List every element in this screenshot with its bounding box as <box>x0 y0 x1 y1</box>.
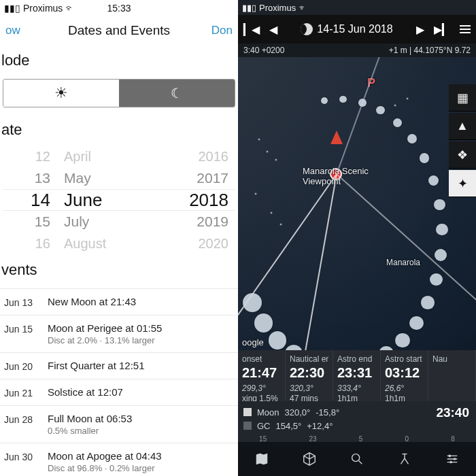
tool-layers-icon[interactable]: ❖ <box>449 141 476 169</box>
event-row[interactable]: Jun 30 Moon at Apogee at 04:43 Disc at 9… <box>0 443 238 476</box>
row-label: Moon <box>257 407 279 418</box>
event-title: Full Moon at 06:53 <box>48 413 234 424</box>
page-title: Dates and Events <box>0 23 238 38</box>
card-astro-end[interactable]: Astro end 23:31 333,4° 1h1m <box>333 350 381 401</box>
date-picker[interactable]: 12 13 14 15 16 April May June July Augus… <box>3 146 235 254</box>
event-date: Jun 13 <box>4 296 48 308</box>
timeline-bar[interactable]: Moon 320,0° -15,8° GC 154,5° +12,4° 23:4… <box>238 401 476 435</box>
playback-bar: ▎◀ ◀ 14-15 Jun 2018 ▶ ▶▎ <box>238 15 476 44</box>
menu-icon[interactable] <box>460 25 471 33</box>
play-forward-icon[interactable]: ▶ <box>416 23 424 36</box>
wifi-icon: ᯤ <box>299 3 307 13</box>
row-label: GC <box>257 421 271 431</box>
event-title: First Quarter at 12:51 <box>48 360 234 371</box>
card-moonset[interactable]: onset 21:47 299,3° xing 1.5% <box>238 350 286 401</box>
event-date: Jun 21 <box>4 386 48 398</box>
event-date: Jun 28 <box>4 413 48 436</box>
nav-bar: ow Dates and Events Don <box>0 16 238 45</box>
event-row[interactable]: Jun 28 Full Moon at 06:53 0.5% smaller <box>0 406 238 443</box>
search-icon <box>350 452 364 466</box>
tool-grid-icon[interactable]: ▦ <box>449 84 476 112</box>
event-date: Jun 30 <box>4 450 48 473</box>
svg-point-2 <box>454 458 456 460</box>
card-nautical-start[interactable]: Nau <box>428 350 476 401</box>
azimuth-ray <box>238 173 337 350</box>
event-subtitle: Disc at 2.0% · 13.1% larger <box>48 335 234 345</box>
row-alt: +12,4° <box>307 421 333 431</box>
skip-forward-icon[interactable]: ▶▎ <box>434 23 450 36</box>
event-title: Moon at Apogee at 04:43 <box>48 450 234 462</box>
card-nautical-end[interactable]: Nautical end 22:30 320,3° 47 mins <box>286 350 333 401</box>
info-time-offset: 3:40 +0200 <box>243 46 284 55</box>
tool-satellite-icon[interactable]: ✦ <box>449 170 476 197</box>
svg-point-1 <box>449 455 452 458</box>
row-az: 320,0° <box>285 407 311 418</box>
event-row[interactable]: Jun 20 First Quarter at 12:51 <box>0 353 238 379</box>
skip-back-icon[interactable]: ▎◀ <box>243 23 260 36</box>
cube-icon <box>302 452 317 466</box>
event-subtitle: Disc at 96.8% · 0.2% larger <box>48 463 234 473</box>
signal-icon: ▮▮▯ <box>242 3 256 13</box>
azimuth-ray <box>289 174 337 350</box>
play-back-icon[interactable]: ◀ <box>269 23 277 36</box>
card-astro-start[interactable]: Astro start 03:12 26,6° 1h1m <box>381 350 428 401</box>
map-icon <box>254 452 269 466</box>
bottom-tab-bar <box>238 442 476 476</box>
poi-main-label[interactable]: Manarola Scenic Viewpoint <box>303 166 369 186</box>
event-row[interactable]: Jun 15 Moon at Perigee at 01:55 Disc at … <box>0 316 238 353</box>
north-arrow-icon <box>330 131 343 144</box>
poi-secondary-label[interactable]: Manarola <box>386 258 420 267</box>
row-az: 154,5° <box>276 421 302 431</box>
mode-segmented-control[interactable]: ☀ ☾ <box>3 79 235 107</box>
date-range-button[interactable]: 14-15 Jun 2018 <box>301 23 392 35</box>
event-row[interactable]: Jun 13 New Moon at 21:43 <box>0 289 238 316</box>
sun-moon-cards[interactable]: onset 21:47 299,3° xing 1.5% Nautical en… <box>238 350 476 401</box>
moon-phase-icon <box>301 23 313 35</box>
info-line: 3:40 +0200 +1 m | 44.1075°N 9.72 <box>238 44 476 57</box>
time-ruler[interactable]: 1523508 <box>238 435 476 442</box>
timeline-time: 23:40 <box>429 401 476 435</box>
svg-point-3 <box>449 461 452 464</box>
tab-settings[interactable] <box>428 442 476 476</box>
sun-icon: ☀ <box>54 84 68 102</box>
event-date: Jun 15 <box>4 322 48 345</box>
tab-ar[interactable] <box>286 442 333 476</box>
map-attribution: oogle <box>242 337 264 347</box>
section-events-header: vents <box>0 254 238 286</box>
sliders-icon <box>445 452 460 466</box>
event-title: Solstice at 12:07 <box>48 386 234 398</box>
segment-sun[interactable]: ☀ <box>3 80 119 107</box>
section-date-header: ate <box>0 114 238 146</box>
events-list[interactable]: Jun 13 New Moon at 21:43 Jun 15 Moon at … <box>0 288 238 476</box>
map-view[interactable]: P Manarola Scenic Viewpoint Manarola oog… <box>238 57 476 350</box>
info-coords: +1 m | 44.1075°N 9.72 <box>389 46 471 55</box>
event-title: Moon at Perigee at 01:55 <box>48 322 234 334</box>
row-alt: -15,8° <box>316 407 339 418</box>
section-mode-header: lode <box>0 45 238 76</box>
status-bar-left: ▮▮▯ Proximus ᯤ 15:33 <box>0 0 238 16</box>
picker-day-column[interactable]: 12 13 14 15 16 <box>10 146 50 254</box>
carrier-name: Proximus <box>259 3 296 13</box>
svg-point-0 <box>352 454 360 462</box>
picker-month-column[interactable]: April May June July August <box>64 146 146 254</box>
azimuth-ray <box>336 57 384 174</box>
segment-moon[interactable]: ☾ <box>119 80 235 107</box>
tab-location[interactable] <box>333 442 381 476</box>
event-date: Jun 20 <box>4 360 48 372</box>
tripod-icon <box>397 452 412 466</box>
moon-icon: ☾ <box>171 85 183 101</box>
date-range-label: 14-15 Jun 2018 <box>317 23 392 35</box>
event-subtitle: 0.5% smaller <box>48 426 234 436</box>
clock: 15:33 <box>0 3 238 14</box>
event-title: New Moon at 21:43 <box>48 296 234 307</box>
tab-map[interactable] <box>238 442 286 476</box>
picker-year-column[interactable]: 2016 2017 2018 2019 2020 <box>174 146 228 254</box>
tab-view[interactable] <box>381 442 428 476</box>
status-bar-right: ▮▮▯ Proximus ᯤ 15:33 <box>238 0 476 15</box>
moon-swatch-icon <box>243 408 252 416</box>
tool-pin-icon[interactable]: ▲ <box>449 113 476 140</box>
event-row[interactable]: Jun 21 Solstice at 12:07 <box>0 379 238 406</box>
gc-swatch-icon <box>243 422 252 430</box>
planner-map-panel: ▮▮▯ Proximus ᯤ 15:33 ▎◀ ◀ 14-15 Jun 2018… <box>238 0 476 476</box>
dates-events-panel: ▮▮▯ Proximus ᯤ 15:33 ow Dates and Events… <box>0 0 238 476</box>
